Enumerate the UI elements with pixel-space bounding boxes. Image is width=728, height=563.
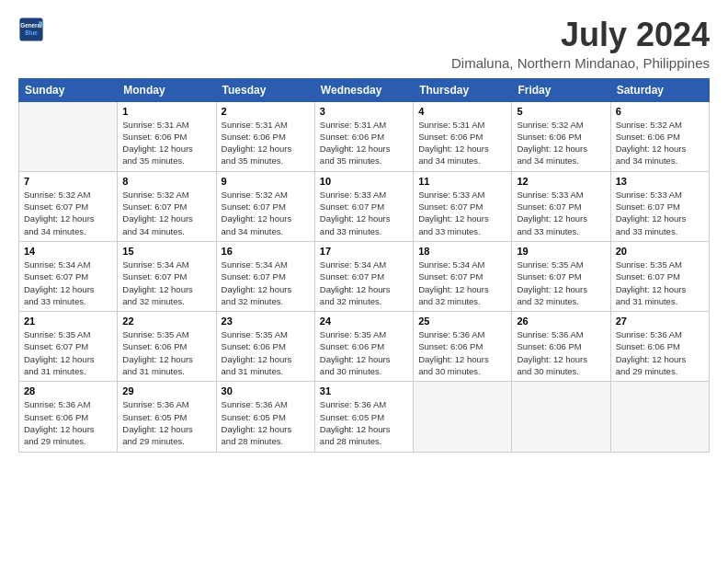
calendar-cell: 18Sunrise: 5:34 AMSunset: 6:07 PMDayligh… (414, 241, 512, 311)
calendar-cell: 7Sunrise: 5:32 AMSunset: 6:07 PMDaylight… (19, 171, 118, 241)
calendar-cell: 20Sunrise: 5:35 AMSunset: 6:07 PMDayligh… (610, 241, 709, 311)
day-number: 19 (517, 246, 605, 257)
calendar-cell: 23Sunrise: 5:35 AMSunset: 6:06 PMDayligh… (216, 312, 314, 382)
day-detail: Sunrise: 5:33 AMSunset: 6:07 PMDaylight:… (418, 189, 506, 237)
calendar-cell: 25Sunrise: 5:36 AMSunset: 6:06 PMDayligh… (414, 312, 512, 382)
calendar-cell: 31Sunrise: 5:36 AMSunset: 6:05 PMDayligh… (314, 382, 413, 452)
day-detail: Sunrise: 5:36 AMSunset: 6:06 PMDaylight:… (616, 328, 704, 377)
subtitle: Dimaluna, Northern Mindanao, Philippines (451, 55, 710, 71)
calendar-week-row: 7Sunrise: 5:32 AMSunset: 6:07 PMDaylight… (19, 171, 710, 241)
day-detail: Sunrise: 5:33 AMSunset: 6:07 PMDaylight:… (616, 189, 704, 237)
calendar-header-sunday: Sunday (19, 78, 118, 101)
logo-icon: General Blue (18, 17, 44, 42)
logo: General Blue (18, 17, 46, 42)
calendar-cell: 10Sunrise: 5:33 AMSunset: 6:07 PMDayligh… (314, 171, 413, 241)
calendar-cell: 17Sunrise: 5:34 AMSunset: 6:07 PMDayligh… (314, 241, 413, 311)
day-detail: Sunrise: 5:35 AMSunset: 6:07 PMDaylight:… (517, 259, 605, 307)
day-number: 24 (320, 316, 408, 327)
calendar-cell: 22Sunrise: 5:35 AMSunset: 6:06 PMDayligh… (118, 312, 216, 382)
calendar-cell: 6Sunrise: 5:32 AMSunset: 6:06 PMDaylight… (610, 101, 709, 171)
svg-text:Blue: Blue (25, 29, 38, 36)
day-detail: Sunrise: 5:31 AMSunset: 6:06 PMDaylight:… (122, 119, 210, 167)
day-detail: Sunrise: 5:34 AMSunset: 6:07 PMDaylight:… (320, 259, 408, 307)
day-number: 27 (616, 316, 704, 327)
day-number: 26 (517, 316, 605, 327)
day-detail: Sunrise: 5:33 AMSunset: 6:07 PMDaylight:… (320, 189, 408, 237)
day-detail: Sunrise: 5:34 AMSunset: 6:07 PMDaylight:… (122, 259, 210, 307)
day-detail: Sunrise: 5:33 AMSunset: 6:07 PMDaylight:… (517, 189, 605, 237)
day-detail: Sunrise: 5:32 AMSunset: 6:07 PMDaylight:… (24, 189, 112, 237)
calendar-cell: 16Sunrise: 5:34 AMSunset: 6:07 PMDayligh… (216, 241, 314, 311)
day-detail: Sunrise: 5:32 AMSunset: 6:07 PMDaylight:… (222, 189, 310, 237)
day-number: 12 (517, 176, 605, 187)
calendar-header-row: SundayMondayTuesdayWednesdayThursdayFrid… (19, 78, 710, 101)
day-detail: Sunrise: 5:36 AMSunset: 6:06 PMDaylight:… (24, 398, 112, 447)
calendar-header-saturday: Saturday (610, 78, 709, 101)
calendar-week-row: 1Sunrise: 5:31 AMSunset: 6:06 PMDaylight… (19, 101, 710, 171)
day-number: 25 (418, 316, 506, 327)
day-number: 16 (222, 246, 310, 257)
day-detail: Sunrise: 5:31 AMSunset: 6:06 PMDaylight:… (222, 119, 310, 167)
day-number: 13 (616, 176, 704, 187)
calendar-cell: 12Sunrise: 5:33 AMSunset: 6:07 PMDayligh… (512, 171, 610, 241)
calendar-cell: 26Sunrise: 5:36 AMSunset: 6:06 PMDayligh… (512, 312, 610, 382)
day-detail: Sunrise: 5:32 AMSunset: 6:06 PMDaylight:… (616, 119, 704, 167)
calendar-week-row: 28Sunrise: 5:36 AMSunset: 6:06 PMDayligh… (19, 382, 710, 452)
day-detail: Sunrise: 5:32 AMSunset: 6:06 PMDaylight:… (517, 119, 605, 167)
day-number: 9 (222, 176, 310, 187)
calendar-week-row: 21Sunrise: 5:35 AMSunset: 6:07 PMDayligh… (19, 312, 710, 382)
header: General Blue July 2024 Dimaluna, Norther… (18, 17, 710, 71)
day-number: 4 (418, 106, 506, 117)
calendar-week-row: 14Sunrise: 5:34 AMSunset: 6:07 PMDayligh… (19, 241, 710, 311)
calendar-cell: 27Sunrise: 5:36 AMSunset: 6:06 PMDayligh… (610, 312, 709, 382)
day-number: 2 (222, 106, 310, 117)
calendar-header-wednesday: Wednesday (314, 78, 413, 101)
calendar-cell: 13Sunrise: 5:33 AMSunset: 6:07 PMDayligh… (610, 171, 709, 241)
day-detail: Sunrise: 5:36 AMSunset: 6:06 PMDaylight:… (418, 328, 506, 377)
day-detail: Sunrise: 5:34 AMSunset: 6:07 PMDaylight:… (418, 259, 506, 307)
day-detail: Sunrise: 5:31 AMSunset: 6:06 PMDaylight:… (320, 119, 408, 167)
day-number: 10 (320, 176, 408, 187)
day-detail: Sunrise: 5:31 AMSunset: 6:06 PMDaylight:… (418, 119, 506, 167)
day-number: 21 (24, 316, 112, 327)
calendar-cell: 9Sunrise: 5:32 AMSunset: 6:07 PMDaylight… (216, 171, 314, 241)
day-number: 8 (122, 176, 210, 187)
calendar-cell (610, 382, 709, 452)
day-detail: Sunrise: 5:35 AMSunset: 6:06 PMDaylight:… (222, 328, 310, 377)
day-number: 31 (320, 385, 408, 396)
main-title: July 2024 (451, 17, 710, 53)
day-number: 6 (616, 106, 704, 117)
day-detail: Sunrise: 5:35 AMSunset: 6:06 PMDaylight:… (320, 328, 408, 377)
title-block: July 2024 Dimaluna, Northern Mindanao, P… (451, 17, 710, 71)
calendar-cell (19, 101, 118, 171)
calendar-cell: 19Sunrise: 5:35 AMSunset: 6:07 PMDayligh… (512, 241, 610, 311)
day-number: 23 (222, 316, 310, 327)
day-number: 3 (320, 106, 408, 117)
calendar-cell: 15Sunrise: 5:34 AMSunset: 6:07 PMDayligh… (118, 241, 216, 311)
day-number: 14 (24, 246, 112, 257)
calendar-header-tuesday: Tuesday (216, 78, 314, 101)
calendar-cell: 1Sunrise: 5:31 AMSunset: 6:06 PMDaylight… (118, 101, 216, 171)
day-number: 28 (24, 385, 112, 396)
page: General Blue July 2024 Dimaluna, Norther… (0, 0, 728, 464)
calendar-cell: 2Sunrise: 5:31 AMSunset: 6:06 PMDaylight… (216, 101, 314, 171)
day-number: 29 (122, 385, 210, 396)
day-detail: Sunrise: 5:35 AMSunset: 6:06 PMDaylight:… (122, 328, 210, 377)
day-detail: Sunrise: 5:32 AMSunset: 6:07 PMDaylight:… (122, 189, 210, 237)
calendar-cell: 28Sunrise: 5:36 AMSunset: 6:06 PMDayligh… (19, 382, 118, 452)
day-number: 11 (418, 176, 506, 187)
day-detail: Sunrise: 5:34 AMSunset: 6:07 PMDaylight:… (24, 259, 112, 307)
day-number: 17 (320, 246, 408, 257)
calendar-table: SundayMondayTuesdayWednesdayThursdayFrid… (18, 78, 710, 453)
day-detail: Sunrise: 5:35 AMSunset: 6:07 PMDaylight:… (616, 259, 704, 307)
day-number: 1 (122, 106, 210, 117)
day-number: 15 (122, 246, 210, 257)
day-number: 7 (24, 176, 112, 187)
calendar-cell: 14Sunrise: 5:34 AMSunset: 6:07 PMDayligh… (19, 241, 118, 311)
day-detail: Sunrise: 5:36 AMSunset: 6:05 PMDaylight:… (222, 398, 310, 447)
calendar-cell: 24Sunrise: 5:35 AMSunset: 6:06 PMDayligh… (314, 312, 413, 382)
day-number: 22 (122, 316, 210, 327)
calendar-cell: 8Sunrise: 5:32 AMSunset: 6:07 PMDaylight… (118, 171, 216, 241)
day-number: 18 (418, 246, 506, 257)
day-detail: Sunrise: 5:36 AMSunset: 6:05 PMDaylight:… (122, 398, 210, 447)
